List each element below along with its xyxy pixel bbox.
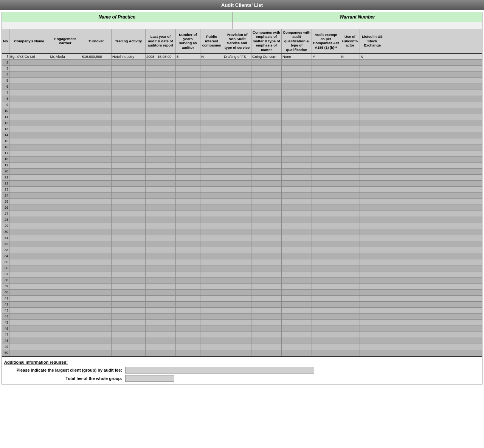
list-item	[360, 302, 385, 307]
list-item	[223, 314, 251, 319]
list-item	[251, 157, 282, 162]
list-item: €19,000,500	[81, 54, 112, 59]
list-item: 32	[2, 241, 9, 247]
table-row: 11	[2, 114, 482, 120]
list-item	[146, 102, 176, 108]
list-item	[251, 332, 282, 338]
list-item: 9	[2, 102, 9, 108]
list-item	[312, 199, 340, 205]
list-item	[200, 132, 223, 138]
list-item	[112, 265, 146, 271]
list-item	[81, 84, 112, 90]
list-item	[340, 163, 360, 168]
list-item	[251, 290, 282, 295]
list-item	[49, 132, 81, 138]
list-item	[146, 211, 176, 217]
list-item	[223, 120, 251, 126]
list-item	[112, 126, 146, 132]
list-item	[81, 108, 112, 114]
list-item	[251, 223, 282, 229]
list-item	[312, 259, 340, 265]
list-item	[200, 84, 223, 90]
list-item	[312, 217, 340, 223]
list-item	[223, 338, 251, 344]
list-item	[340, 350, 360, 356]
list-item	[49, 308, 81, 313]
list-item	[49, 302, 81, 307]
list-item	[81, 90, 112, 96]
list-item	[9, 308, 49, 313]
list-item	[282, 150, 312, 156]
list-item	[340, 72, 360, 78]
largest-client-input[interactable]	[125, 367, 314, 374]
list-item	[81, 326, 112, 332]
list-item	[49, 247, 81, 253]
list-item	[81, 217, 112, 223]
list-item	[200, 60, 223, 65]
list-item	[49, 265, 81, 271]
list-item	[81, 114, 112, 120]
list-item: 39	[2, 284, 9, 289]
table-row: 3	[2, 66, 482, 72]
list-item	[49, 199, 81, 205]
list-item	[200, 102, 223, 108]
list-item: 36	[2, 265, 9, 271]
list-item	[223, 181, 251, 186]
list-item	[9, 193, 49, 198]
list-item: 18	[2, 157, 9, 162]
total-fee-input[interactable]	[125, 375, 174, 382]
list-item	[112, 277, 146, 283]
list-item: 23	[2, 187, 9, 192]
list-item	[81, 296, 112, 301]
list-item	[282, 132, 312, 138]
list-item	[49, 72, 81, 78]
list-item: Mr. Abela	[49, 54, 81, 59]
list-item	[282, 290, 312, 295]
col-header-partner: Engagement Partner	[49, 29, 81, 53]
col-header-company: Company's Name	[9, 29, 49, 53]
list-item	[312, 138, 340, 144]
list-item	[360, 326, 385, 332]
list-item	[9, 108, 49, 114]
list-item	[9, 138, 49, 144]
table-row: 49	[2, 344, 482, 350]
list-item	[146, 205, 176, 211]
table-row: 14	[2, 132, 482, 138]
list-item: 50	[2, 350, 9, 356]
list-item	[112, 66, 146, 71]
list-item	[340, 108, 360, 114]
list-item	[312, 211, 340, 217]
list-item	[81, 247, 112, 253]
list-item	[146, 241, 176, 247]
list-item	[223, 326, 251, 332]
list-item	[112, 193, 146, 198]
list-item	[81, 150, 112, 156]
table-row: 43	[2, 308, 482, 314]
list-item	[282, 96, 312, 102]
list-item	[282, 138, 312, 144]
list-item	[282, 350, 312, 356]
list-item	[340, 175, 360, 180]
warrant-input-area[interactable]	[233, 22, 482, 29]
list-item	[282, 60, 312, 65]
list-item: 6	[2, 84, 9, 90]
list-item	[340, 84, 360, 90]
list-item: 46	[2, 326, 9, 332]
list-item	[200, 187, 223, 192]
list-item	[49, 253, 81, 259]
list-item	[312, 290, 340, 295]
list-item	[360, 211, 385, 217]
list-item: 25	[2, 199, 9, 205]
list-item	[200, 235, 223, 241]
list-item	[223, 205, 251, 211]
list-item	[340, 157, 360, 162]
list-item	[312, 90, 340, 96]
list-item	[112, 60, 146, 65]
list-item	[360, 271, 385, 277]
list-item	[251, 308, 282, 313]
list-item	[112, 78, 146, 84]
list-item	[200, 126, 223, 132]
list-item	[176, 144, 200, 150]
list-item	[223, 60, 251, 65]
list-item	[146, 235, 176, 241]
